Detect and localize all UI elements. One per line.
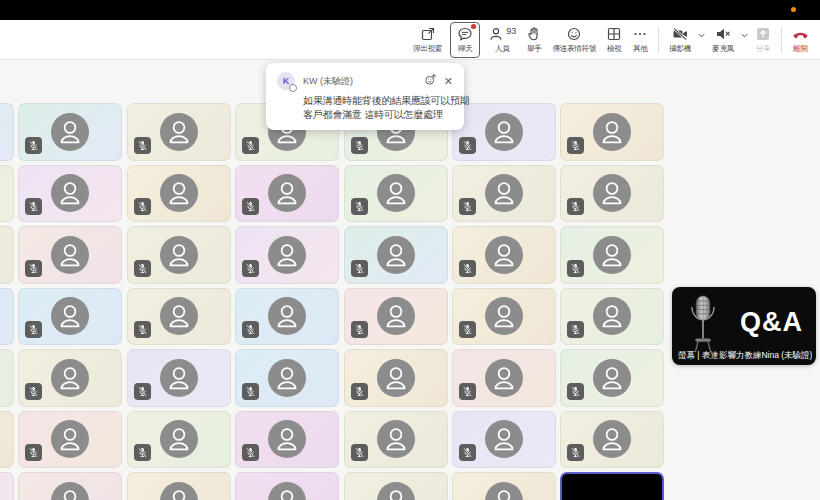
avatar-icon	[51, 113, 89, 151]
avatar-icon	[268, 359, 306, 397]
avatar-icon	[160, 297, 198, 335]
chat-button[interactable]: 聊天	[450, 22, 480, 58]
participant-tile[interactable]	[560, 411, 664, 469]
popout-label: 彈出視窗	[413, 44, 442, 54]
mic-off-badge	[134, 383, 151, 400]
people-label: 人員	[495, 44, 510, 54]
avatar-icon	[485, 174, 523, 212]
participant-tile[interactable]	[0, 349, 14, 407]
mic-dropdown-chevron[interactable]	[739, 31, 750, 40]
participant-tile[interactable]	[452, 288, 556, 346]
mic-off-badge	[459, 260, 476, 277]
avatar-icon	[485, 420, 523, 458]
participant-tile[interactable]	[18, 226, 122, 284]
avatar-icon	[51, 174, 89, 212]
leave-button[interactable]: 離開	[787, 24, 814, 56]
participant-tile[interactable]	[452, 472, 556, 500]
avatar-icon	[377, 482, 415, 500]
participant-tile[interactable]	[344, 349, 448, 407]
leave-label: 離開	[793, 44, 808, 54]
participant-tile[interactable]	[235, 349, 339, 407]
participant-tile[interactable]	[127, 103, 231, 161]
people-button[interactable]: 93 人員	[483, 24, 521, 56]
participant-tile[interactable]	[560, 226, 664, 284]
participant-tile[interactable]	[560, 103, 664, 161]
meeting-toolbar: 彈出視窗 聊天 93 人員	[0, 20, 820, 60]
popout-button[interactable]: 彈出視窗	[408, 24, 447, 56]
mic-off-badge	[25, 198, 42, 215]
participant-tile[interactable]	[127, 288, 231, 346]
participant-tile[interactable]	[127, 226, 231, 284]
share-icon	[755, 26, 771, 42]
participant-tile[interactable]	[0, 226, 14, 284]
avatar-icon	[160, 113, 198, 151]
participant-tile[interactable]	[452, 411, 556, 469]
participant-tile[interactable]	[18, 411, 122, 469]
mic-off-badge	[459, 321, 476, 338]
mic-off-badge	[242, 198, 259, 215]
participant-tile[interactable]	[344, 411, 448, 469]
participant-tile[interactable]	[560, 349, 664, 407]
popup-close-button[interactable]: ✕	[444, 76, 453, 87]
participant-tile[interactable]	[127, 411, 231, 469]
screenshare-tile[interactable]: Q&A 螢幕 | 表達影響力教練Nina (未驗證)	[672, 287, 816, 365]
camera-button[interactable]: 攝影機	[664, 24, 696, 56]
reactions-button[interactable]: 傳送表情符號	[547, 24, 601, 56]
main-area: Q&A 螢幕 | 表達影響力教練Nina (未驗證) K KW (未驗證)	[0, 60, 820, 500]
mic-off-badge	[242, 137, 259, 154]
participant-tile[interactable]	[235, 472, 339, 500]
more-button[interactable]: 其他	[627, 24, 653, 56]
view-button[interactable]: 檢視	[601, 24, 627, 56]
popup-reaction-button[interactable]	[424, 72, 437, 90]
participant-tile[interactable]	[18, 103, 122, 161]
participant-tile[interactable]	[127, 472, 231, 500]
participant-tile[interactable]	[344, 288, 448, 346]
participant-tile[interactable]	[452, 165, 556, 223]
avatar-icon	[485, 236, 523, 274]
active-speaker-tile[interactable]	[560, 472, 664, 500]
participant-tile[interactable]	[560, 165, 664, 223]
participant-tile[interactable]	[452, 226, 556, 284]
mic-off-badge	[134, 198, 151, 215]
participant-tile[interactable]	[344, 165, 448, 223]
mic-off-badge	[134, 137, 151, 154]
participant-tile[interactable]	[18, 472, 122, 500]
avatar-icon	[160, 420, 198, 458]
participant-tile[interactable]	[344, 472, 448, 500]
participant-tile[interactable]	[0, 472, 14, 500]
participant-tile[interactable]	[18, 165, 122, 223]
participant-tile[interactable]	[127, 349, 231, 407]
participant-tile[interactable]	[235, 165, 339, 223]
avatar-icon	[377, 359, 415, 397]
mic-button[interactable]: 麥克風	[707, 24, 739, 56]
qna-title: Q&A	[740, 307, 803, 338]
avatar-icon	[51, 236, 89, 274]
participant-tile[interactable]	[0, 165, 14, 223]
participant-tile[interactable]	[344, 226, 448, 284]
participant-tile[interactable]	[452, 103, 556, 161]
raise-hand-button[interactable]: 舉手	[521, 24, 547, 56]
participant-tile[interactable]	[235, 411, 339, 469]
participant-tile[interactable]	[0, 103, 14, 161]
participant-tile[interactable]	[127, 165, 231, 223]
avatar-icon	[485, 359, 523, 397]
avatar-icon	[268, 420, 306, 458]
participant-tile[interactable]	[235, 288, 339, 346]
more-icon	[632, 26, 648, 42]
titlebar	[0, 0, 820, 20]
chat-notification-popup[interactable]: K KW (未驗證) ✕ 如果溝通時能背後的結果應該可以預期	[266, 63, 464, 130]
participant-tile[interactable]	[560, 288, 664, 346]
participant-tile[interactable]	[235, 226, 339, 284]
popup-sender-name: KW (未驗證)	[303, 75, 424, 88]
mic-off-badge	[567, 383, 584, 400]
participant-tile[interactable]	[18, 349, 122, 407]
participant-tile[interactable]	[0, 288, 14, 346]
leave-call-icon	[792, 26, 809, 42]
participant-tile[interactable]	[0, 411, 14, 469]
participant-tile[interactable]	[18, 288, 122, 346]
avatar-icon	[593, 420, 631, 458]
participant-tile[interactable]	[452, 349, 556, 407]
avatar-icon	[377, 236, 415, 274]
avatar-icon	[268, 236, 306, 274]
camera-dropdown-chevron[interactable]	[696, 31, 707, 40]
